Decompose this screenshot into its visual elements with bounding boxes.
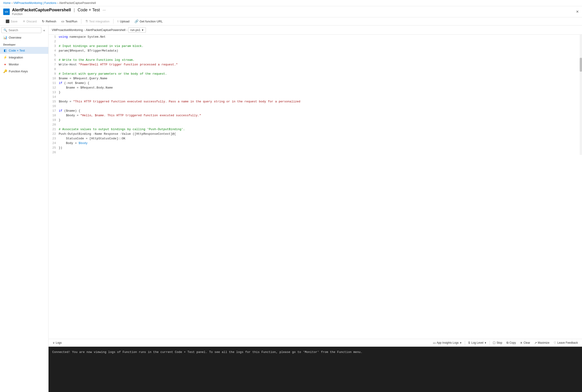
logs-toggle[interactable]: ∨ Logs (51, 340, 64, 345)
chevron-down-icon-logs: ∨ (53, 341, 55, 344)
breadcrumb-current: AlertPacketCaptuePowershell (59, 2, 96, 4)
title-group: AlertPacketCaptuePowershell | Code + Tes… (12, 8, 106, 16)
code-line: 15$body = "This HTTP triggered function … (48, 100, 582, 104)
search-box[interactable]: 🔍 (2, 27, 41, 33)
breadcrumb-functions[interactable]: VMProactiveMonitoring | Functions (14, 2, 56, 4)
code-line: 25}) (48, 146, 582, 150)
code-line: 26 (48, 150, 582, 155)
save-icon: ⬛ (6, 20, 10, 23)
discard-icon: ✕ (23, 20, 26, 23)
leave-feedback-button[interactable]: ♡ Leave Feedback (552, 340, 580, 346)
code-line: 14 (48, 95, 582, 100)
app-insights-button[interactable]: ▭ App Insights Logs ▼ (431, 340, 464, 346)
logs-toolbar: ∨ Logs ▭ App Insights Logs ▼ ⊽ Log Level… (48, 339, 582, 347)
sidebar-item-code-test[interactable]: ◧ Code + Test (0, 47, 48, 54)
logs-content: Connected! You are now viewing logs of F… (48, 347, 582, 392)
search-icon: 🔍 (4, 28, 7, 32)
feedback-icon: ♡ (554, 341, 556, 344)
app-icon: </> (3, 8, 10, 15)
code-line: 3# Input bindings are passed in via para… (48, 44, 582, 48)
upload-button[interactable]: ↑ Upload (115, 18, 132, 24)
chevron-down-icon-ai: ▼ (460, 342, 462, 344)
chevron-down-icon: ▼ (141, 29, 144, 32)
function-name: AlertPacketCaptuePowershell (12, 8, 71, 12)
code-line: 9# Interact with query parameters or the… (48, 72, 582, 76)
test-run-button[interactable]: ▭ Test/Run (59, 18, 80, 24)
code-line: 5 (48, 53, 582, 58)
maximize-icon: ↗ (534, 341, 537, 344)
upload-icon: ↑ (117, 20, 119, 23)
code-line: 24 Body = $body (48, 141, 582, 146)
get-function-url-button[interactable]: 🔗 Get function URL (132, 18, 165, 24)
code-line: 23 StatusCode = [HttpStatusCode]::OK (48, 136, 582, 141)
path-part-2: AlertPacketCaptuePowershell (86, 28, 126, 32)
clear-icon: ✕ (520, 341, 522, 344)
stop-icon: ☐ (493, 341, 496, 344)
code-line: 7Write-Host "PowerShell HTTP trigger fun… (48, 62, 582, 67)
copy-icon: ⧉ (506, 341, 508, 344)
breadcrumb: Home › VMProactiveMonitoring | Functions… (0, 0, 582, 6)
maximize-button[interactable]: ↗ Maximize (532, 340, 552, 346)
save-button[interactable]: ⬛ Save (3, 18, 20, 24)
sidebar-collapse-btn[interactable]: « (41, 28, 47, 33)
test-integration-button[interactable]: ⚗ Test integration (83, 18, 112, 24)
content-area: VMProactiveMonitoring › AlertPacketCaptu… (48, 26, 582, 392)
code-line: 10$name = $Request.Query.Name (48, 76, 582, 81)
toolbar: ⬛ Save ✕ Discard ↻ Refresh ▭ Test/Run ⚗ … (0, 17, 582, 26)
code-line: 2 (48, 39, 582, 44)
overview-icon: 📊 (3, 36, 7, 39)
code-test-icon: ◧ (3, 48, 7, 52)
file-dropdown[interactable]: run.ps1 ▼ (128, 27, 146, 32)
sidebar-item-overview[interactable]: 📊 Overview (0, 34, 48, 41)
sidebar-item-monitor[interactable]: ● Monitor (0, 61, 48, 68)
sidebar-item-function-keys[interactable]: 🔑 Function Keys (0, 68, 48, 75)
developer-section-label: Developer (0, 41, 48, 47)
code-line: 13} (48, 90, 582, 95)
function-keys-icon: 🔑 (3, 69, 7, 73)
discard-button[interactable]: ✕ Discard (20, 18, 39, 24)
main-layout: 🔍 « 📊 Overview Developer ◧ Code + Test ⚡… (0, 26, 582, 392)
search-input[interactable] (8, 28, 39, 32)
test-integration-icon: ⚗ (85, 20, 88, 23)
code-line: 20 (48, 122, 582, 127)
code-line: 1using namespace System.Net (48, 35, 582, 39)
refresh-icon: ↻ (42, 20, 44, 23)
logs-panel: ∨ Logs ▭ App Insights Logs ▼ ⊽ Log Level… (48, 339, 582, 392)
log-level-button[interactable]: ⊽ Log Level ▼ (466, 340, 488, 346)
file-path-bar: VMProactiveMonitoring › AlertPacketCaptu… (48, 26, 582, 35)
code-line: 18 $body = "Hello, $name. This HTTP trig… (48, 113, 582, 118)
file-name: run.ps1 (130, 28, 140, 32)
code-line: 22Push-OutputBinding -Name Response -Val… (48, 132, 582, 136)
code-line: 19} (48, 118, 582, 122)
sidebar: 🔍 « 📊 Overview Developer ◧ Code + Test ⚡… (0, 26, 48, 392)
title-bar: </> AlertPacketCaptuePowershell | Code +… (0, 6, 582, 17)
code-line: 11if (-not $name) { (48, 81, 582, 86)
filter-icon: ⊽ (468, 341, 470, 344)
copy-button[interactable]: ⧉ Copy (504, 340, 518, 346)
test-run-icon: ▭ (61, 20, 64, 23)
close-button[interactable]: × (576, 9, 579, 14)
app-insights-icon: ▭ (433, 341, 436, 344)
toolbar-separator2 (113, 19, 114, 24)
refresh-button[interactable]: ↻ Refresh (40, 18, 59, 24)
code-line: 16 (48, 104, 582, 109)
code-line: 12 $name = $Request.Body.Name (48, 86, 582, 90)
ellipsis-menu[interactable]: ··· (102, 8, 106, 12)
view-name: Code + Test (78, 8, 100, 12)
breadcrumb-home[interactable]: Home (3, 2, 11, 4)
code-editor[interactable]: 1using namespace System.Net2 3# Input bi… (48, 35, 582, 339)
scroll-thumb[interactable] (580, 58, 582, 72)
clear-button[interactable]: ✕ Clear (518, 340, 532, 346)
code-line: 4param($Request, $TriggerMetadata) (48, 48, 582, 53)
chevron-down-icon-ll: ▼ (484, 342, 486, 344)
stop-button[interactable]: ☐ Stop (491, 340, 504, 346)
scroll-track[interactable] (580, 35, 582, 155)
get-url-icon: 🔗 (134, 20, 138, 23)
code-line: 17if ($name) { (48, 109, 582, 113)
code-line: 6# Write to the Azure Functions log stre… (48, 58, 582, 62)
subtitle: Function (12, 12, 106, 16)
path-part-1: VMProactiveMonitoring (52, 28, 83, 32)
sidebar-item-integration[interactable]: ⚡ Integration (0, 54, 48, 61)
integration-icon: ⚡ (3, 56, 7, 59)
monitor-icon: ● (3, 62, 7, 66)
